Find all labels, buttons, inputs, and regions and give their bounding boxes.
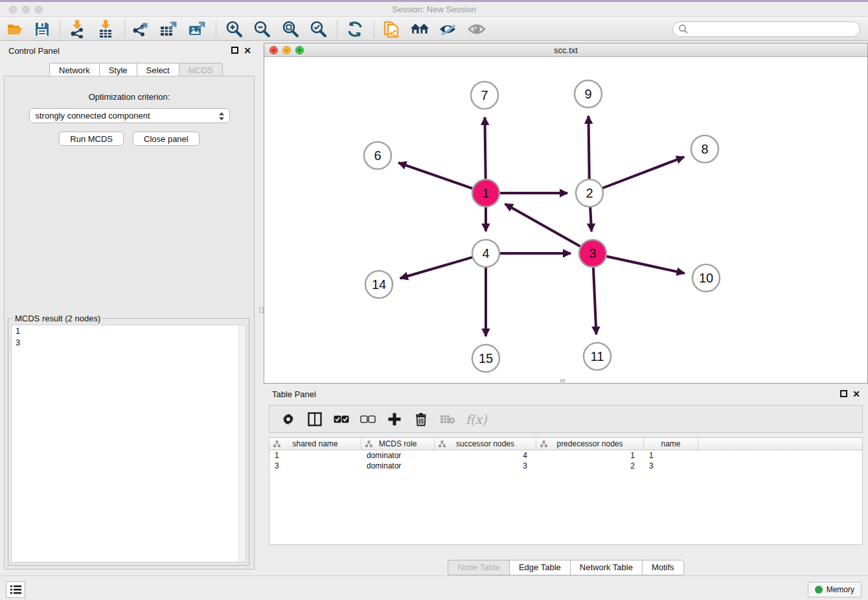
graph-edge-1-7[interactable] — [485, 117, 485, 179]
tab-network-table[interactable]: Network Table — [570, 560, 642, 575]
table-panel-close-icon[interactable]: ✕ — [852, 391, 860, 398]
control-panel-close-icon[interactable]: ✕ — [244, 47, 251, 54]
graph-node-label-6: 6 — [374, 148, 381, 163]
show-eye-icon[interactable] — [467, 20, 486, 38]
cell-shared-name[interactable]: 3 — [269, 461, 361, 471]
zoom-selected-icon[interactable] — [308, 20, 328, 38]
app-titlebar: Session: New Session — [0, 2, 868, 17]
task-history-button[interactable] — [6, 581, 25, 598]
column-header-predecessor-nodes[interactable]: predecessor nodes — [536, 438, 644, 450]
delete-table-icon[interactable] — [439, 411, 456, 428]
cell-name[interactable]: 3 — [644, 461, 698, 471]
zoom-out-icon[interactable] — [252, 20, 271, 38]
cell-predecessor-nodes[interactable]: 1 — [536, 450, 644, 461]
function-builder-icon[interactable]: f(x) — [466, 412, 487, 426]
graph-edge-1-6[interactable] — [398, 163, 473, 189]
graph-edge-3-10[interactable] — [606, 256, 685, 273]
graph-edge-4-14[interactable] — [400, 257, 473, 279]
toolbar-separator — [60, 21, 60, 38]
add-column-icon[interactable] — [386, 411, 403, 428]
network-canvas[interactable]: 7968124314101511 — [264, 57, 867, 383]
cell-successor-nodes[interactable]: 4 — [435, 450, 536, 461]
cell-name[interactable]: 1 — [644, 450, 698, 461]
run-mcds-button[interactable]: Run MCDS — [59, 132, 124, 146]
graph-edge-2-9[interactable] — [588, 116, 589, 179]
table-panel-float-icon[interactable] — [840, 390, 847, 397]
graph-edge-2-8[interactable] — [602, 157, 685, 188]
table-row[interactable]: 3dominator323 — [269, 461, 862, 471]
cell-predecessor-nodes[interactable]: 2 — [536, 461, 644, 471]
toolbar-separator — [374, 21, 374, 38]
deselect-all-checks-icon[interactable] — [360, 411, 376, 428]
main-toolbar — [0, 17, 868, 41]
tab-node-table[interactable]: Node Table — [448, 560, 509, 575]
graph-edge-3-1[interactable] — [505, 204, 581, 247]
tab-edge-table[interactable]: Edge Table — [509, 560, 570, 575]
export-image-icon[interactable] — [187, 20, 207, 38]
memory-button[interactable]: Memory — [808, 582, 862, 597]
graph-node-label-11: 11 — [591, 349, 604, 363]
canvas-resize-handle[interactable] — [560, 379, 565, 382]
column-header-shared-name[interactable]: shared name — [269, 438, 361, 450]
export-network-icon[interactable] — [131, 20, 150, 38]
memory-label: Memory — [827, 585, 854, 594]
column-header-name[interactable]: name — [644, 438, 698, 450]
mcds-result-fieldset: MCDS result (2 nodes) 13 — [8, 318, 249, 566]
memory-status-icon — [815, 586, 823, 594]
import-table-from-file-icon[interactable] — [96, 20, 115, 38]
optimization-criterion-label: Optimization criterion: — [5, 92, 254, 102]
criterion-select[interactable]: strongly connected component — [29, 108, 230, 123]
search-input[interactable] — [689, 23, 860, 36]
cell-successor-nodes[interactable]: 3 — [435, 461, 536, 471]
table-row[interactable]: 1dominator411 — [269, 450, 862, 461]
mcds-result-line: 3 — [12, 337, 246, 349]
close-panel-button[interactable]: Close panel — [133, 132, 200, 146]
search-field[interactable] — [672, 21, 860, 37]
mcds-result-line: 1 — [12, 325, 246, 337]
tab-motifs[interactable]: Motifs — [642, 560, 684, 575]
cell-MCDS-role[interactable]: dominator — [361, 450, 435, 461]
select-all-checks-icon[interactable] — [333, 411, 350, 428]
mcds-result-textarea[interactable]: 13 — [11, 325, 246, 562]
table-panel-header: Table Panel ✕ — [264, 386, 868, 403]
network-window-titlebar[interactable]: × − + scc.txt — [264, 43, 867, 57]
open-session-icon[interactable] — [5, 20, 25, 38]
graph-node-label-2: 2 — [586, 186, 593, 200]
app-window-title: Session: New Session — [0, 5, 868, 14]
column-header-MCDS-role[interactable]: MCDS role — [361, 438, 435, 450]
column-header-successor-nodes[interactable]: successor nodes — [435, 438, 536, 450]
table-settings-gear-icon[interactable] — [280, 411, 297, 428]
hide-eye-icon[interactable] — [438, 20, 457, 38]
result-scrollbar[interactable] — [238, 325, 246, 562]
control-panel-float-icon[interactable] — [231, 47, 238, 54]
export-table-icon[interactable] — [159, 20, 178, 38]
control-panel-title: Control Panel — [8, 46, 60, 56]
refresh-layout-icon[interactable] — [345, 20, 365, 38]
graph-node-label-14: 14 — [372, 277, 386, 292]
graph-node-label-9: 9 — [584, 87, 591, 101]
import-network-from-file-icon[interactable] — [67, 20, 87, 38]
graph-edge-2-3[interactable] — [590, 207, 591, 231]
zoom-in-icon[interactable] — [224, 20, 244, 38]
delete-column-trash-icon[interactable] — [413, 411, 429, 428]
graph-edge-3-11[interactable] — [593, 267, 597, 334]
mcds-panel: Optimization criterion: strongly connect… — [4, 76, 255, 570]
list-icon — [10, 585, 21, 594]
table-panel-title: Table Panel — [272, 389, 316, 399]
search-icon — [678, 24, 689, 34]
select-stepper-icon — [219, 111, 225, 121]
network-from-file-icon[interactable] — [382, 20, 401, 38]
cell-MCDS-role[interactable]: dominator — [361, 461, 435, 471]
mcds-result-title: MCDS result (2 nodes) — [12, 314, 103, 323]
fit-content-icon[interactable] — [280, 20, 300, 38]
column-layout-icon[interactable] — [306, 411, 323, 428]
toolbar-separator — [124, 21, 125, 38]
panel-divider-handle[interactable] — [259, 307, 264, 313]
table-toolbar: f(x) — [269, 405, 863, 433]
control-panel: Control Panel ✕ NetworkStyleSelectMCDS O… — [0, 43, 259, 573]
save-session-icon[interactable] — [32, 20, 52, 38]
graph-node-label-7: 7 — [481, 88, 488, 102]
table-panel-tabs: Node TableEdge TableNetwork TableMotifs — [264, 560, 868, 575]
cell-shared-name[interactable]: 1 — [269, 450, 361, 461]
home-icon[interactable] — [410, 20, 429, 38]
